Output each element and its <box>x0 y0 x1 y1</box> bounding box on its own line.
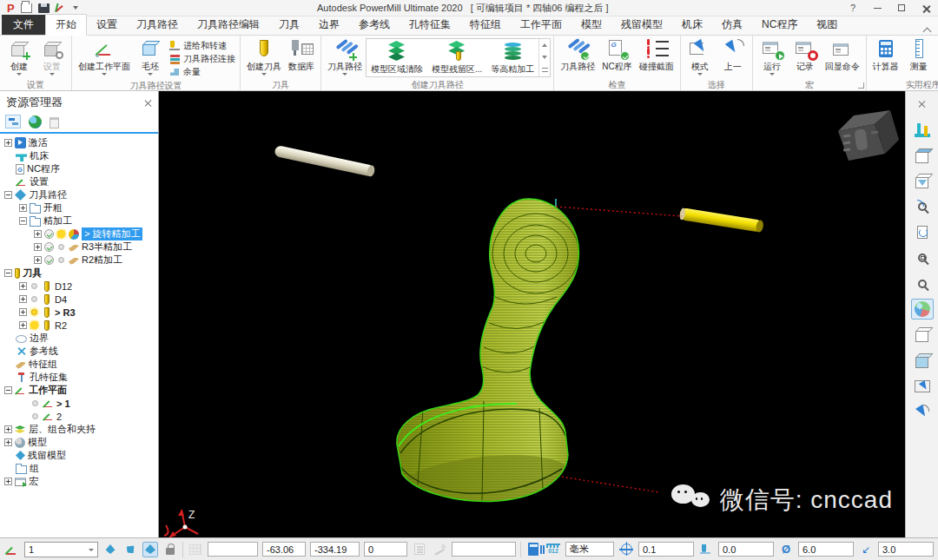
tab-feature-group[interactable]: 特征组 <box>460 15 511 35</box>
measure-button[interactable]: 测量 <box>902 37 935 72</box>
tab-toolpath-edit[interactable]: 刀具路径编辑 <box>188 15 269 35</box>
tab-stock-model[interactable]: 残留模型 <box>611 15 672 35</box>
tree-item-feature-groups[interactable]: 特征组 <box>0 358 158 371</box>
explorer-close-icon[interactable] <box>144 99 152 107</box>
view-cube[interactable] <box>838 110 899 161</box>
tab-start[interactable]: 开始 <box>45 14 87 36</box>
quick-access-dropdown-icon[interactable] <box>73 6 78 10</box>
tree-item-setup[interactable]: 设置 <box>0 175 158 188</box>
solid-view-button[interactable] <box>911 350 934 371</box>
expand-icon[interactable] <box>34 256 42 264</box>
tree-item-workplanes[interactable]: 工作平面 <box>0 384 158 397</box>
tab-nc-program[interactable]: NC程序 <box>752 15 807 35</box>
open-project-icon[interactable] <box>21 3 32 13</box>
tree-item-workplane-1[interactable]: > 1 <box>0 397 158 410</box>
view-orientation-button[interactable] <box>911 171 934 192</box>
tree-item-macros[interactable]: 宏 <box>0 475 158 488</box>
expand-icon[interactable] <box>4 438 12 446</box>
gallery-up-icon[interactable] <box>542 43 547 47</box>
thickness-button[interactable]: 余量 <box>168 66 235 77</box>
workplane-select[interactable]: 1 <box>24 542 98 557</box>
close-button[interactable] <box>914 0 938 16</box>
measure-field[interactable] <box>452 542 516 557</box>
diameter-field[interactable]: 6.0 <box>798 542 854 557</box>
axis-y-toggle[interactable] <box>122 542 138 557</box>
tree-item-machine[interactable]: 机床 <box>0 149 158 162</box>
expand-icon[interactable] <box>19 282 27 290</box>
axis-x-toggle[interactable] <box>102 542 118 557</box>
tab-pattern[interactable]: 参考线 <box>349 15 400 35</box>
create-workplane-button[interactable]: 创建工作平面 <box>75 37 134 76</box>
restore-button[interactable] <box>889 0 914 16</box>
tree-item-workplane-2[interactable]: 2 <box>0 410 158 423</box>
tree-item-stock-models[interactable]: 残留模型 <box>0 449 158 462</box>
list-toggle[interactable] <box>412 542 427 557</box>
expand-icon[interactable] <box>4 478 12 485</box>
echo-commands-button[interactable]: 回显命令 <box>822 37 863 72</box>
sun-icon[interactable] <box>30 321 38 329</box>
tree-item-r2-finish[interactable]: R2精加工 <box>0 254 158 267</box>
tree-item-activate[interactable]: 激活 <box>0 136 158 149</box>
expand-icon[interactable] <box>19 321 27 329</box>
viewport-canvas[interactable]: Z 微信号: cnccad <box>159 91 905 537</box>
grid-size-field[interactable] <box>208 542 258 557</box>
help-button[interactable]: ? <box>841 0 865 16</box>
shaded-view-button[interactable] <box>911 299 934 320</box>
refresh-view-button[interactable] <box>911 222 934 243</box>
coord-x-field[interactable]: -63.06 <box>262 542 306 557</box>
create-tool-button[interactable]: 创建刀具 <box>243 37 285 76</box>
bulb-icon[interactable] <box>58 257 64 263</box>
create-setup-button[interactable]: 创建 <box>3 37 36 76</box>
thickness-icon-button[interactable] <box>698 542 714 557</box>
block-button[interactable]: 毛坯 <box>134 37 167 76</box>
wireframe-view-button[interactable] <box>911 325 934 346</box>
grid-toggle[interactable] <box>188 542 203 557</box>
collapse-icon[interactable] <box>19 217 27 225</box>
tool-database-button[interactable]: 数据库 <box>285 37 318 72</box>
macro-record-button[interactable]: 记录 <box>789 37 822 72</box>
expand-icon[interactable] <box>4 139 12 147</box>
ribbon-collapse-icon[interactable] <box>924 27 931 31</box>
tab-hole-feature-set[interactable]: 孔特征集 <box>400 15 460 35</box>
collapse-icon[interactable] <box>4 191 12 199</box>
powermill-logo-icon[interactable]: P <box>7 3 15 14</box>
coord-y-field[interactable]: -334.19 <box>310 542 360 557</box>
explorer-trash-icon[interactable] <box>50 117 59 128</box>
explorer-tree-tab-icon[interactable] <box>5 115 21 128</box>
toolpath-connections-button[interactable]: 刀具路径连接 <box>168 53 235 64</box>
zoom-previous-button[interactable] <box>911 196 934 217</box>
machine-tool-button[interactable] <box>911 120 934 141</box>
model-rest-area-button[interactable]: 模型残留区... <box>427 39 486 76</box>
box-select-button[interactable] <box>911 376 934 397</box>
expand-icon[interactable] <box>34 230 42 238</box>
expand-icon[interactable] <box>4 425 12 433</box>
bulb-icon[interactable] <box>31 283 37 289</box>
tree-item-boundaries[interactable]: 边界 <box>0 332 158 345</box>
calculator-toggle[interactable] <box>525 542 541 557</box>
bulb-icon[interactable] <box>31 296 37 302</box>
expand-icon[interactable] <box>19 204 27 212</box>
tree-item-groups[interactable]: 组 <box>0 462 158 475</box>
select-mode-button[interactable]: 模式 <box>684 37 717 76</box>
coord-z-field[interactable]: 0 <box>364 542 407 557</box>
edit-setup-button[interactable]: 设置 <box>36 37 69 76</box>
tab-toolpath[interactable]: 刀具路径 <box>127 15 188 35</box>
tab-view[interactable]: 视图 <box>807 15 847 35</box>
workplane-quick-icon[interactable] <box>56 3 67 13</box>
macro-run-button[interactable]: 运行 <box>756 37 789 76</box>
model-area-clearance-button[interactable]: 模型区域清除 <box>367 39 427 76</box>
view-toolbar-close-button[interactable] <box>911 94 934 115</box>
tab-workplane[interactable]: 工作平面 <box>511 15 571 35</box>
tree-item-tool-d4[interactable]: D4 <box>0 293 158 306</box>
tree-item-nc-programs[interactable]: NC程序 <box>0 162 158 175</box>
tab-tool[interactable]: 刀具 <box>269 15 309 35</box>
expand-icon[interactable] <box>19 308 27 316</box>
tree-item-finishing-folder[interactable]: 精加工 <box>0 214 158 227</box>
verify-nc-button[interactable]: NC程序 <box>598 37 635 72</box>
tab-machine[interactable]: 机床 <box>672 15 712 35</box>
tree-item-r3-semifinish[interactable]: R3半精加工 <box>0 240 158 254</box>
tree-item-hole-feature-sets[interactable]: 孔特征集 <box>0 371 158 384</box>
tab-setup[interactable]: 设置 <box>87 15 127 35</box>
units-field[interactable]: 毫米 <box>565 542 614 557</box>
tree-item-rotary-finishing[interactable]: > 旋转精加工 <box>0 227 158 240</box>
